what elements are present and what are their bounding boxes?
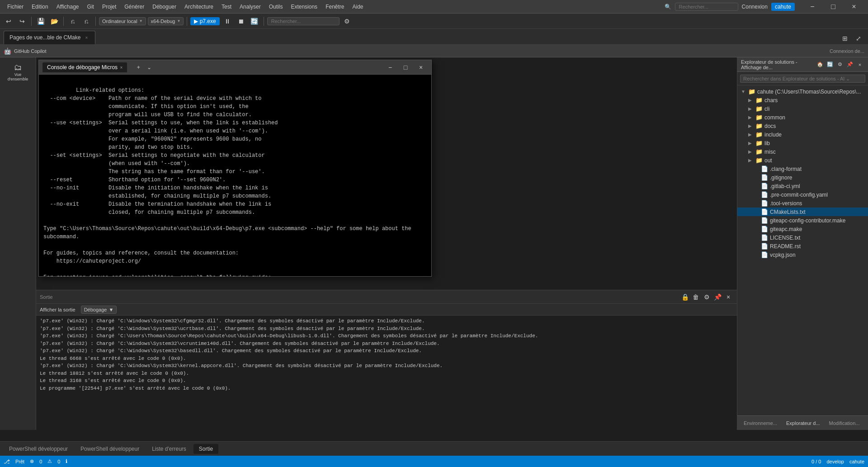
tree-item-lib[interactable]: ▶ 📁 lib xyxy=(737,139,868,147)
left-panel-view[interactable]: 🗂 Vue d'ensemble xyxy=(2,61,34,83)
debug-console-tab[interactable]: Console de débogage Micros × xyxy=(42,62,127,72)
misc-folder-icon: 📁 xyxy=(755,148,763,155)
menu-fichier[interactable]: Fichier xyxy=(4,2,27,12)
tree-item-tool-versions[interactable]: ▶ 📄 .tool-versions xyxy=(737,199,868,208)
debug-minimize-btn[interactable]: − xyxy=(383,61,397,73)
output-panel-body[interactable]: 'p7.exe' (Win32) : Chargé 'C:\Windows\Sy… xyxy=(36,316,737,430)
output-clear-btn[interactable]: 🗑 xyxy=(691,292,701,302)
rpb-environment-tab[interactable]: Environneme... xyxy=(740,420,781,427)
tab-panel-expand[interactable]: ⤢ xyxy=(853,33,864,44)
tree-item-common[interactable]: ▶ 📁 common xyxy=(737,113,868,122)
toolbar-pause[interactable]: ⏸ xyxy=(222,15,233,27)
toolbar-redo[interactable]: ⎌ xyxy=(80,15,92,27)
minimize-button[interactable]: − xyxy=(802,0,823,14)
se-home-btn[interactable]: 🏠 xyxy=(816,60,825,69)
toolbar-btn-2[interactable]: ↪ xyxy=(16,15,28,27)
tree-item-chars[interactable]: ▶ 📁 chars xyxy=(737,96,868,104)
tab-bar-right: ⊞ ⤢ xyxy=(839,33,864,44)
bottom-tab-ps2[interactable]: PowerShell développeur xyxy=(75,444,145,454)
tree-item-clang-format[interactable]: ▶ 📄 .clang-format xyxy=(737,165,868,173)
docs-folder-icon: 📁 xyxy=(755,123,763,129)
cmake-tab[interactable]: Pages de vue...ble de CMake × xyxy=(4,31,95,44)
output-lock-btn[interactable]: 🔒 xyxy=(680,292,690,302)
tree-item-cli[interactable]: ▶ 📁 cli xyxy=(737,104,868,113)
tree-root[interactable]: ▼ 📁 cahute (C:\Users\Thomas\Source\Repos… xyxy=(737,87,868,96)
menu-extensions[interactable]: Extensions xyxy=(287,2,321,12)
config-dropdown[interactable]: x64-Debug ▼ xyxy=(148,17,184,25)
tree-item-readme[interactable]: ▶ 📄 README.rst xyxy=(737,242,868,250)
menu-analyser[interactable]: Analyser xyxy=(236,2,264,12)
menu-projet[interactable]: Projet xyxy=(99,2,120,12)
tree-root-label: cahute (C:\Users\Thomas\Source\Repos\... xyxy=(757,89,861,95)
play-button[interactable]: ▶ p7.exe xyxy=(190,17,219,25)
toolbar: ↩ ↪ 💾 📂 ⎌ ⎌ Ordinateur local ▼ x64-Debug… xyxy=(0,14,868,29)
close-button[interactable]: × xyxy=(844,0,864,14)
toolbar-save[interactable]: 💾 xyxy=(35,15,47,27)
toolbar-undo[interactable]: ⎌ xyxy=(67,15,79,27)
local-machine-dropdown[interactable]: Ordinateur local ▼ xyxy=(99,17,146,25)
menu-affichage[interactable]: Affichage xyxy=(53,2,83,12)
toolbar-open[interactable]: 📂 xyxy=(48,15,60,27)
menu-architecture[interactable]: Architecture xyxy=(181,2,217,12)
output-panel-toolbar: Afficher la sortie Débogage ▼ xyxy=(36,304,737,316)
tree-item-pre-commit[interactable]: ▶ 📄 .pre-commit-config.yaml xyxy=(737,190,868,199)
menu-aide[interactable]: Aide xyxy=(349,2,367,12)
bottom-tab-errors[interactable]: Liste d'erreurs xyxy=(146,444,192,454)
tab-panel-btn[interactable]: ⊞ xyxy=(839,33,851,44)
toolbar-settings[interactable]: ⚙ xyxy=(341,15,353,27)
output-pin-btn[interactable]: 📌 xyxy=(712,292,722,302)
gitignore-label: .gitignore xyxy=(770,175,792,181)
menu-edition[interactable]: Edition xyxy=(28,2,52,12)
toolbar-stop[interactable]: ⏹ xyxy=(235,15,247,27)
menu-test[interactable]: Test xyxy=(218,2,235,12)
copilot-signin[interactable]: Connexion de... xyxy=(830,48,864,54)
status-bar: ⎇ Prêt ⊗ 0 ⚠ 0 ℹ 0 / 0 develop cahute xyxy=(0,456,868,467)
dropdown-arrow-icon: ▼ xyxy=(139,19,143,23)
se-pin-btn[interactable]: 📌 xyxy=(845,60,854,69)
cmake-tab-close[interactable]: × xyxy=(83,34,90,41)
menu-deboguer[interactable]: Déboguer xyxy=(149,2,180,12)
center-content: Développe-ment multiplatefor... 📖 confor… xyxy=(36,57,737,430)
bottom-tab-ps1[interactable]: PowerShell développeur xyxy=(4,444,73,454)
tree-item-giteapc-make[interactable]: ▶ 📄 giteapc.make xyxy=(737,225,868,233)
tree-item-gitlab-ci[interactable]: ▶ 📄 .gitlab-ci.yml xyxy=(737,182,868,190)
tree-item-cmakelists[interactable]: ▶ 📄 CMakeLists.txt xyxy=(737,208,868,216)
bottom-tab-sortie[interactable]: Sortie xyxy=(193,444,218,454)
debug-maximize-btn[interactable]: □ xyxy=(399,61,412,73)
menu-outils[interactable]: Outils xyxy=(265,2,287,12)
debug-add-tab-btn[interactable]: + xyxy=(133,62,143,72)
debug-tab-close-icon[interactable]: × xyxy=(120,65,123,70)
toolbar-btn-1[interactable]: ↩ xyxy=(3,15,14,27)
se-settings-btn[interactable]: ⚙ xyxy=(835,60,844,69)
tree-item-license[interactable]: ▶ 📄 LICENSE.txt xyxy=(737,233,868,242)
output-source-dropdown[interactable]: Débogage ▼ xyxy=(81,306,117,314)
output-line-10: Le programme '[22544] p7.exe' s'est arrê… xyxy=(40,385,733,392)
rpb-explorer-tab[interactable]: Explorateur d... xyxy=(783,420,824,427)
maximize-button[interactable]: □ xyxy=(823,0,844,14)
tree-item-giteapc-config[interactable]: ▶ 📄 giteapc-config-contributor.make xyxy=(737,216,868,225)
menu-git[interactable]: Git xyxy=(84,2,98,12)
tree-item-gitignore[interactable]: ▶ 📄 .gitignore xyxy=(737,173,868,182)
output-settings-btn[interactable]: ⚙ xyxy=(702,292,712,302)
tree-item-include[interactable]: ▶ 📁 include xyxy=(737,130,868,139)
debug-console-body[interactable]: Link-related options: --com <device> Pat… xyxy=(39,75,431,276)
tree-item-misc[interactable]: ▶ 📁 misc xyxy=(737,147,868,156)
global-search-input[interactable] xyxy=(675,3,738,11)
rpb-modification-tab[interactable]: Modification... xyxy=(826,420,863,427)
solution-tree[interactable]: ▼ 📁 cahute (C:\Users\Thomas\Source\Repos… xyxy=(737,85,868,415)
solution-search-input[interactable] xyxy=(740,75,865,83)
menu-bar: Fichier Edition Affichage Git Projet Gén… xyxy=(0,0,868,14)
debug-tab-list-btn[interactable]: ⌄ xyxy=(144,62,154,72)
debug-close-btn[interactable]: × xyxy=(414,61,428,73)
tree-item-vcpkg[interactable]: ▶ 📄 vcpkg.json xyxy=(737,250,868,259)
se-close-btn[interactable]: × xyxy=(855,60,864,69)
tree-item-out[interactable]: ▶ 📁 out xyxy=(737,156,868,165)
branch-label: develop xyxy=(826,459,844,464)
toolbar-search-input[interactable] xyxy=(267,17,340,25)
toolbar-restart[interactable]: 🔄 xyxy=(249,15,260,27)
menu-fenetre[interactable]: Fenêtre xyxy=(322,2,348,12)
output-close-btn[interactable]: × xyxy=(723,292,733,302)
menu-generer[interactable]: Générer xyxy=(121,2,148,12)
tree-item-docs[interactable]: ▶ 📁 docs xyxy=(737,122,868,130)
se-sync-btn[interactable]: 🔄 xyxy=(826,60,835,69)
